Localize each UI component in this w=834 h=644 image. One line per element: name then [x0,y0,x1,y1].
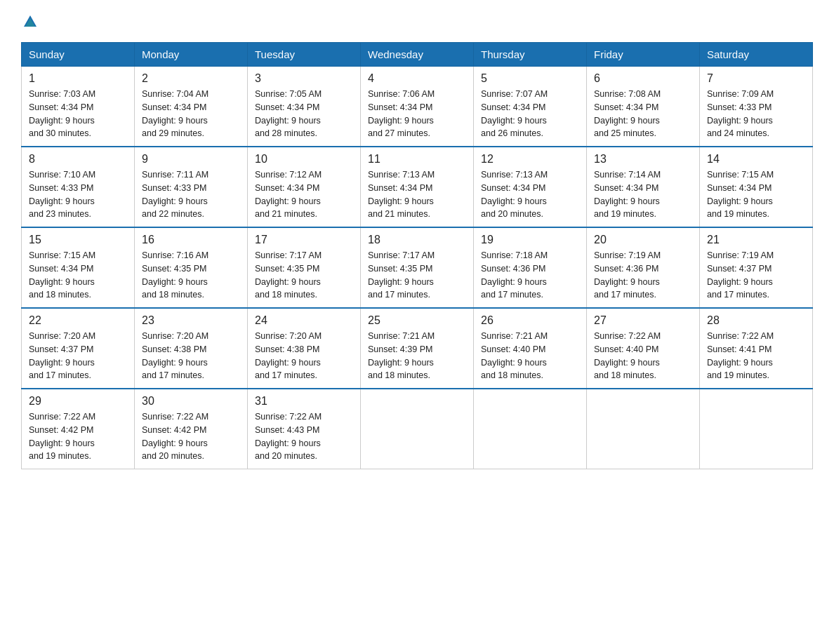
calendar-cell: 4 Sunrise: 7:06 AM Sunset: 4:34 PM Dayli… [361,67,474,147]
calendar-cell: 19 Sunrise: 7:18 AM Sunset: 4:36 PM Dayl… [474,227,587,308]
day-info: Sunrise: 7:18 AM Sunset: 4:36 PM Dayligh… [481,249,579,302]
calendar-cell: 31 Sunrise: 7:22 AM Sunset: 4:43 PM Dayl… [248,389,361,469]
calendar-cell: 9 Sunrise: 7:11 AM Sunset: 4:33 PM Dayli… [135,147,248,227]
day-info: Sunrise: 7:21 AM Sunset: 4:39 PM Dayligh… [368,330,466,382]
day-number: 15 [29,234,127,246]
calendar-week-row: 22 Sunrise: 7:20 AM Sunset: 4:37 PM Dayl… [22,308,813,389]
calendar-cell: 30 Sunrise: 7:22 AM Sunset: 4:42 PM Dayl… [135,389,248,469]
day-info: Sunrise: 7:14 AM Sunset: 4:34 PM Dayligh… [594,168,692,221]
day-info: Sunrise: 7:08 AM Sunset: 4:34 PM Dayligh… [594,88,692,140]
calendar-cell [361,389,474,469]
day-number: 26 [481,314,579,327]
day-number: 1 [29,72,127,85]
day-info: Sunrise: 7:16 AM Sunset: 4:35 PM Dayligh… [142,249,240,302]
day-info: Sunrise: 7:03 AM Sunset: 4:34 PM Dayligh… [29,88,127,140]
calendar-cell: 23 Sunrise: 7:20 AM Sunset: 4:38 PM Dayl… [135,308,248,389]
calendar-cell: 29 Sunrise: 7:22 AM Sunset: 4:42 PM Dayl… [22,389,135,469]
weekday-header-saturday: Saturday [700,43,813,67]
weekday-header-wednesday: Wednesday [361,43,474,67]
day-number: 25 [368,314,466,327]
calendar-week-row: 1 Sunrise: 7:03 AM Sunset: 4:34 PM Dayli… [22,67,813,147]
calendar-week-row: 29 Sunrise: 7:22 AM Sunset: 4:42 PM Dayl… [22,389,813,469]
day-number: 30 [142,395,240,408]
day-info: Sunrise: 7:19 AM Sunset: 4:37 PM Dayligh… [707,249,805,302]
calendar-week-row: 15 Sunrise: 7:15 AM Sunset: 4:34 PM Dayl… [22,227,813,308]
day-info: Sunrise: 7:22 AM Sunset: 4:40 PM Dayligh… [594,330,692,382]
day-number: 20 [594,234,692,246]
day-info: Sunrise: 7:13 AM Sunset: 4:34 PM Dayligh… [368,168,466,221]
day-info: Sunrise: 7:22 AM Sunset: 4:41 PM Dayligh… [707,330,805,382]
calendar-week-row: 8 Sunrise: 7:10 AM Sunset: 4:33 PM Dayli… [22,147,813,227]
day-number: 24 [255,314,353,327]
day-info: Sunrise: 7:05 AM Sunset: 4:34 PM Dayligh… [255,88,353,140]
day-number: 29 [29,395,127,408]
day-info: Sunrise: 7:22 AM Sunset: 4:42 PM Dayligh… [29,410,127,463]
day-number: 2 [142,72,240,85]
day-info: Sunrise: 7:20 AM Sunset: 4:38 PM Dayligh… [142,330,240,382]
day-info: Sunrise: 7:20 AM Sunset: 4:37 PM Dayligh… [29,330,127,382]
day-info: Sunrise: 7:20 AM Sunset: 4:38 PM Dayligh… [255,330,353,382]
day-number: 4 [368,72,466,85]
calendar-cell: 27 Sunrise: 7:22 AM Sunset: 4:40 PM Dayl… [587,308,700,389]
day-number: 11 [368,153,466,166]
day-info: Sunrise: 7:22 AM Sunset: 4:43 PM Dayligh… [255,410,353,463]
calendar-cell: 25 Sunrise: 7:21 AM Sunset: 4:39 PM Dayl… [361,308,474,389]
day-info: Sunrise: 7:07 AM Sunset: 4:34 PM Dayligh… [481,88,579,140]
day-number: 18 [368,234,466,246]
calendar-cell: 24 Sunrise: 7:20 AM Sunset: 4:38 PM Dayl… [248,308,361,389]
calendar-cell: 20 Sunrise: 7:19 AM Sunset: 4:36 PM Dayl… [587,227,700,308]
calendar-cell: 14 Sunrise: 7:15 AM Sunset: 4:34 PM Dayl… [700,147,813,227]
day-info: Sunrise: 7:13 AM Sunset: 4:34 PM Dayligh… [481,168,579,221]
calendar-cell: 6 Sunrise: 7:08 AM Sunset: 4:34 PM Dayli… [587,67,700,147]
logo [21,14,38,29]
calendar-cell: 28 Sunrise: 7:22 AM Sunset: 4:41 PM Dayl… [700,308,813,389]
calendar-cell: 8 Sunrise: 7:10 AM Sunset: 4:33 PM Dayli… [22,147,135,227]
day-number: 14 [707,153,805,166]
day-number: 5 [481,72,579,85]
weekday-header-sunday: Sunday [22,43,135,67]
calendar-cell: 10 Sunrise: 7:12 AM Sunset: 4:34 PM Dayl… [248,147,361,227]
day-number: 8 [29,153,127,166]
day-info: Sunrise: 7:04 AM Sunset: 4:34 PM Dayligh… [142,88,240,140]
day-info: Sunrise: 7:17 AM Sunset: 4:35 PM Dayligh… [368,249,466,302]
calendar-cell: 7 Sunrise: 7:09 AM Sunset: 4:33 PM Dayli… [700,67,813,147]
day-number: 28 [707,314,805,327]
logo-icon [22,14,38,29]
day-number: 9 [142,153,240,166]
day-number: 19 [481,234,579,246]
day-number: 22 [29,314,127,327]
day-number: 21 [707,234,805,246]
calendar-cell [587,389,700,469]
day-info: Sunrise: 7:11 AM Sunset: 4:33 PM Dayligh… [142,168,240,221]
calendar-cell: 18 Sunrise: 7:17 AM Sunset: 4:35 PM Dayl… [361,227,474,308]
calendar-cell: 15 Sunrise: 7:15 AM Sunset: 4:34 PM Dayl… [22,227,135,308]
weekday-header-thursday: Thursday [474,43,587,67]
calendar-cell: 17 Sunrise: 7:17 AM Sunset: 4:35 PM Dayl… [248,227,361,308]
day-number: 23 [142,314,240,327]
day-number: 16 [142,234,240,246]
day-number: 7 [707,72,805,85]
calendar-cell: 26 Sunrise: 7:21 AM Sunset: 4:40 PM Dayl… [474,308,587,389]
day-number: 3 [255,72,353,85]
calendar-cell: 16 Sunrise: 7:16 AM Sunset: 4:35 PM Dayl… [135,227,248,308]
calendar-cell: 1 Sunrise: 7:03 AM Sunset: 4:34 PM Dayli… [22,67,135,147]
calendar-header-row: SundayMondayTuesdayWednesdayThursdayFrid… [22,43,813,67]
day-info: Sunrise: 7:09 AM Sunset: 4:33 PM Dayligh… [707,88,805,140]
calendar-cell: 22 Sunrise: 7:20 AM Sunset: 4:37 PM Dayl… [22,308,135,389]
day-info: Sunrise: 7:15 AM Sunset: 4:34 PM Dayligh… [29,249,127,302]
calendar-cell: 3 Sunrise: 7:05 AM Sunset: 4:34 PM Dayli… [248,67,361,147]
day-info: Sunrise: 7:17 AM Sunset: 4:35 PM Dayligh… [255,249,353,302]
day-info: Sunrise: 7:12 AM Sunset: 4:34 PM Dayligh… [255,168,353,221]
day-number: 6 [594,72,692,85]
day-number: 12 [481,153,579,166]
page-header [21,14,813,29]
day-number: 17 [255,234,353,246]
calendar-cell: 2 Sunrise: 7:04 AM Sunset: 4:34 PM Dayli… [135,67,248,147]
day-info: Sunrise: 7:06 AM Sunset: 4:34 PM Dayligh… [368,88,466,140]
day-number: 27 [594,314,692,327]
weekday-header-tuesday: Tuesday [248,43,361,67]
weekday-header-friday: Friday [587,43,700,67]
calendar-cell: 11 Sunrise: 7:13 AM Sunset: 4:34 PM Dayl… [361,147,474,227]
calendar-cell: 5 Sunrise: 7:07 AM Sunset: 4:34 PM Dayli… [474,67,587,147]
calendar-cell: 21 Sunrise: 7:19 AM Sunset: 4:37 PM Dayl… [700,227,813,308]
